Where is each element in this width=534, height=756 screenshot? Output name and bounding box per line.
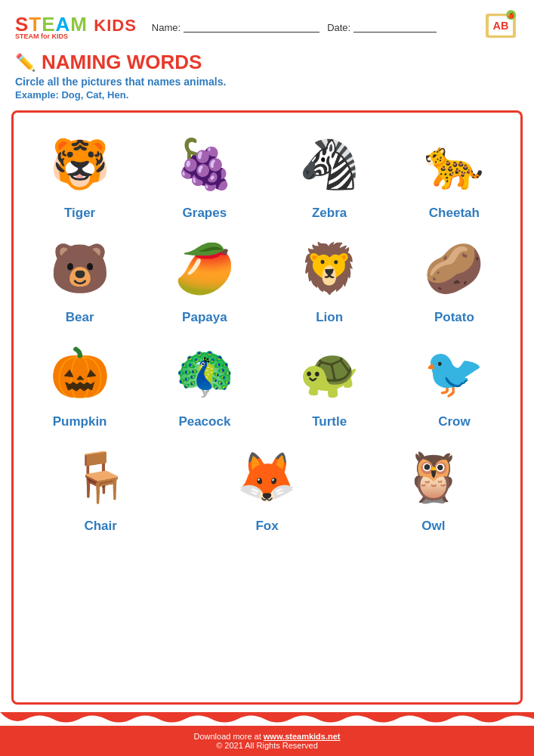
logo-m: M bbox=[70, 13, 88, 36]
book-icon: AB 🍎 bbox=[483, 8, 519, 44]
list-item: 🐦 Crow bbox=[392, 329, 517, 433]
zebra-image: 🦓 bbox=[288, 126, 371, 202]
owl-label: Owl bbox=[421, 519, 445, 534]
list-item: 🐯 Tiger bbox=[17, 120, 142, 225]
date-field: Date: bbox=[327, 22, 437, 33]
list-item: 🎃 Pumpkin bbox=[17, 329, 142, 433]
example: Example: Dog, Cat, Hen. bbox=[15, 89, 519, 101]
list-item: 🦉 Owl bbox=[350, 433, 517, 538]
main-title: NAMING WORDS bbox=[42, 51, 202, 74]
list-item: 🐻 Bear bbox=[17, 225, 142, 329]
logo: STEAM KIDS STEAM for KIDS bbox=[15, 14, 137, 40]
tiger-image: 🐯 bbox=[39, 126, 122, 202]
footer-download-text: Download more at bbox=[193, 732, 263, 741]
svg-text:🍎: 🍎 bbox=[508, 12, 514, 19]
potato-label: Potato bbox=[434, 310, 474, 325]
list-item: 🦁 Lion bbox=[267, 225, 392, 329]
list-item: 🦚 Peacock bbox=[142, 329, 267, 433]
cheetah-label: Cheetah bbox=[429, 206, 480, 221]
turtle-image: 🐢 bbox=[288, 335, 371, 411]
chair-image: 🪑 bbox=[59, 439, 142, 515]
fox-image: 🦊 bbox=[225, 439, 308, 515]
list-item: 🥔 Potato bbox=[392, 225, 517, 329]
crow-label: Crow bbox=[438, 414, 471, 429]
header: STEAM KIDS STEAM for KIDS Name: Date: AB bbox=[0, 0, 534, 51]
footer: Download more at www.steamkids.net © 202… bbox=[0, 726, 534, 756]
grid-row-3: 🎃 Pumpkin 🦚 Peacock 🐢 Turtle 🐦 Crow bbox=[17, 329, 517, 433]
subtitle: Circle all the pictures that names anima… bbox=[15, 76, 519, 88]
list-item: 🐆 Cheetah bbox=[392, 120, 517, 225]
pumpkin-label: Pumpkin bbox=[53, 414, 107, 429]
footer-site: www.steamkids.net bbox=[264, 732, 341, 741]
logo-subtitle: STEAM for KIDS bbox=[15, 33, 68, 40]
fox-label: Fox bbox=[255, 519, 278, 534]
bear-label: Bear bbox=[66, 310, 94, 325]
potato-image: 🥔 bbox=[412, 231, 495, 306]
list-item: 🦊 Fox bbox=[184, 433, 350, 538]
cheetah-image: 🐆 bbox=[412, 126, 495, 202]
papaya-label: Papaya bbox=[182, 310, 227, 325]
name-field: Name: bbox=[152, 22, 319, 33]
title-section: ✏️ NAMING WORDS Circle all the pictures … bbox=[0, 51, 534, 110]
svg-text:AB: AB bbox=[493, 20, 509, 32]
list-item: 🍇 Grapes bbox=[142, 120, 267, 225]
bear-image: 🐻 bbox=[39, 231, 122, 306]
pumpkin-image: 🎃 bbox=[39, 335, 122, 411]
wave-svg bbox=[0, 712, 534, 726]
content-box: 🐯 Tiger 🍇 Grapes 🦓 Zebra 🐆 Cheetah 🐻 Bea… bbox=[11, 110, 523, 705]
grapes-label: Grapes bbox=[183, 206, 227, 221]
tiger-label: Tiger bbox=[64, 206, 95, 221]
grapes-image: 🍇 bbox=[163, 126, 246, 202]
grid-row-2: 🐻 Bear 🥭 Papaya 🦁 Lion 🥔 Potato bbox=[17, 225, 517, 329]
grid-row-4: 🪑 Chair 🦊 Fox 🦉 Owl bbox=[17, 433, 517, 538]
date-line bbox=[353, 22, 437, 33]
title-row: ✏️ NAMING WORDS bbox=[15, 51, 519, 74]
footer-copyright: © 2021 All Rights Reserved bbox=[216, 741, 318, 750]
crow-image: 🐦 bbox=[412, 335, 495, 411]
pencil-icon: ✏️ bbox=[15, 53, 35, 73]
page: STEAM KIDS STEAM for KIDS Name: Date: AB bbox=[0, 0, 534, 756]
name-line bbox=[184, 22, 319, 33]
footer-wave bbox=[0, 712, 534, 726]
list-item: 🪑 Chair bbox=[17, 433, 184, 538]
logo-kids: KIDS bbox=[94, 16, 137, 35]
zebra-label: Zebra bbox=[312, 206, 347, 221]
list-item: 🥭 Papaya bbox=[142, 225, 267, 329]
chair-label: Chair bbox=[84, 519, 116, 534]
peacock-label: Peacock bbox=[178, 414, 230, 429]
header-fields: Name: Date: bbox=[152, 22, 468, 33]
list-item: 🐢 Turtle bbox=[267, 329, 392, 433]
turtle-label: Turtle bbox=[312, 414, 347, 429]
papaya-image: 🥭 bbox=[163, 231, 246, 306]
lion-label: Lion bbox=[316, 310, 343, 325]
list-item: 🦓 Zebra bbox=[267, 120, 392, 225]
book-icon-wrapper: AB 🍎 bbox=[483, 8, 519, 47]
lion-image: 🦁 bbox=[288, 231, 371, 306]
date-label: Date: bbox=[327, 22, 350, 33]
name-label: Name: bbox=[152, 22, 181, 33]
owl-image: 🦉 bbox=[392, 439, 475, 515]
grid-row-1: 🐯 Tiger 🍇 Grapes 🦓 Zebra 🐆 Cheetah bbox=[17, 120, 517, 225]
peacock-image: 🦚 bbox=[163, 335, 246, 411]
